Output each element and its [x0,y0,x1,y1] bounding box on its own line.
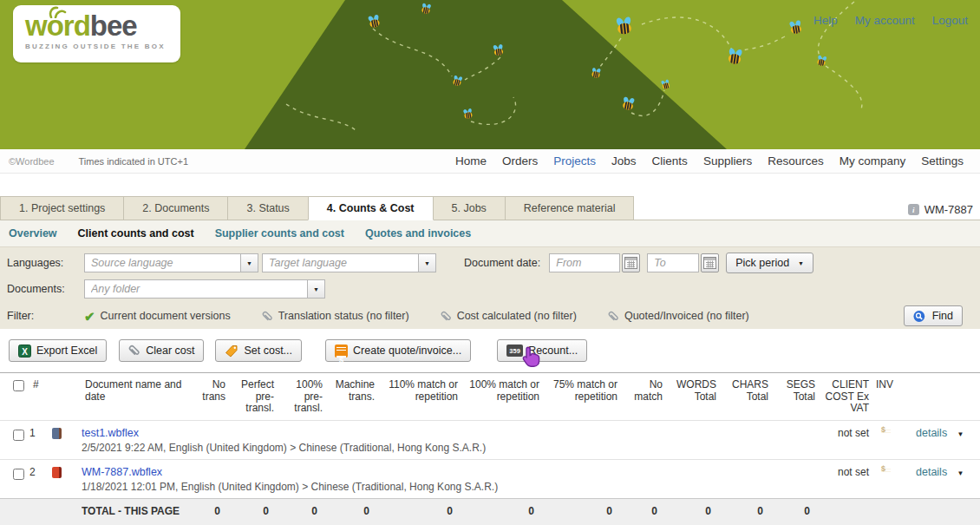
nav-item-orders[interactable]: Orders [494,154,546,167]
filter-chip-quoted-invoiced[interactable]: Quoted/Invoiced (no filter) [608,310,749,323]
col-num: # [29,373,52,421]
date-from-input[interactable] [549,253,620,272]
total-100-pretransl: 0 [278,498,326,525]
document-link[interactable]: WM-7887.wbflex [82,466,162,478]
nav-item-my-company[interactable]: My company [832,154,914,167]
total-machine-trans: 0 [326,498,378,525]
toolbar: X Export Excel Clear cost Set cost... $ … [0,329,980,372]
export-excel-button[interactable]: X Export Excel [9,339,107,362]
clear-cost-button[interactable]: Clear cost [119,339,204,362]
set-cost-label: Set cost... [244,345,292,357]
tab-project-settings[interactable]: 1. Project settings [0,196,124,220]
tab-counts-and-cost[interactable]: 4. Counts & Cost [308,196,434,220]
recount-button[interactable]: 359 Recount... [497,339,587,362]
subtab-overview[interactable]: Overview [9,227,57,240]
col-no-trans: No trans [186,373,229,421]
source-language-dropdown-button[interactable]: ▼ [240,254,258,272]
create-quote-invoice-button[interactable]: $ Create quote/invoice... [325,339,471,362]
date-to-input[interactable] [647,253,699,272]
col-perfect-pretransl: Perfect pre-transl. [229,373,278,421]
project-code: WM-7887 [924,203,973,216]
calendar-icon [703,257,716,269]
nav-item-jobs[interactable]: Jobs [604,154,644,167]
tab-documents[interactable]: 2. Documents [123,196,228,220]
tab-jobs[interactable]: 5. Jobs [433,196,506,220]
target-language-dropdown-button[interactable]: ▼ [418,254,435,272]
tab-reference-material[interactable]: Reference material [505,196,635,220]
subtab-supplier-counts[interactable]: Supplier counts and cost [215,227,344,240]
document-link[interactable]: test1.wbflex [82,427,139,439]
chevron-down-icon: ▼ [798,260,804,266]
project-code-area: i WM-7887 [908,203,980,220]
chevron-down-icon: ▼ [313,286,319,292]
row-checkbox[interactable] [13,430,24,441]
chevron-down-icon: ▼ [424,260,430,266]
find-button[interactable]: Find [904,305,963,326]
col-no-match: No match [621,373,666,421]
select-all-checkbox[interactable] [13,380,24,391]
row-checkbox[interactable] [13,469,24,480]
subtab-quotes-invoices[interactable]: Quotes and invoices [365,227,471,240]
total-segs: 0 [772,498,819,525]
nav-item-suppliers[interactable]: Suppliers [696,154,760,167]
documents-folder-input[interactable] [85,280,307,298]
total-label: TOTAL - THIS PAGE [82,498,186,525]
paperclip-icon [126,341,144,359]
table-row: 1 test1.wbflex 2/5/2021 9:22 AM, English… [0,420,980,459]
recount-icon: 359 [506,345,523,357]
filter-chip-label: Quoted/Invoiced (no filter) [624,310,749,322]
table-row: 2 WM-7887.wbflex 1/18/2021 12:01 PM, Eng… [0,459,980,498]
row-number: 2 [29,459,52,498]
chevron-down-icon[interactable]: ▼ [957,469,964,477]
paperclip-icon [258,307,276,325]
nav-item-projects[interactable]: Projects [546,154,604,167]
project-tabs: 1. Project settings 2. Documents 3. Stat… [0,196,980,220]
col-75-match: 75% match or repetition [543,373,621,421]
help-link[interactable]: Help [813,14,838,27]
languages-row: Languages: ▼ ▼ Document date: Pick perio… [0,250,980,276]
row-number: 1 [29,420,52,459]
chevron-down-icon: ▼ [246,260,252,266]
tab-status[interactable]: 3. Status [227,196,308,220]
filter-chip-cost-calculated[interactable]: Cost calculated (no filter) [441,310,577,323]
date-from-calendar-button[interactable] [622,253,640,272]
total-no-trans: 0 [186,498,229,525]
nav-item-resources[interactable]: Resources [760,154,832,167]
pick-period-button[interactable]: Pick period ▼ [726,253,813,273]
nav-item-clients[interactable]: Clients [644,154,696,167]
logout-link[interactable]: Logout [932,14,968,27]
main-nav: Home Orders Projects Jobs Clients Suppli… [448,154,971,167]
col-client-cost: CLIENT COST Ex VAT [819,373,872,421]
nav-item-home[interactable]: Home [448,154,494,167]
filter-row: Filter: ✔ Current document versions Tran… [0,302,980,330]
excel-icon: X [18,345,31,358]
price-tag-icon [225,345,238,358]
documents-row: Documents: ▼ [0,276,980,302]
filter-chip-translation-status[interactable]: Translation status (no filter) [262,310,409,323]
filter-chip-current-versions[interactable]: ✔ Current document versions [84,310,231,323]
nav-item-settings[interactable]: Settings [913,154,971,167]
target-language-input[interactable] [263,254,418,272]
details-link[interactable]: details [916,427,947,439]
col-details [907,373,980,421]
total-100-match: 0 [461,498,543,525]
documents-folder-dropdown-button[interactable]: ▼ [307,280,324,298]
date-to-calendar-button[interactable] [701,253,719,272]
export-excel-label: Export Excel [36,345,97,357]
calendar-icon [624,257,637,269]
details-link[interactable]: details [916,466,947,478]
svg-text:X: X [22,346,28,356]
document-meta: 1/18/2021 12:01 PM, English (United King… [82,481,498,493]
document-icon [52,428,62,439]
set-cost-button[interactable]: Set cost... [215,339,302,362]
source-language-input[interactable] [85,254,240,272]
total-perfect-pretransl: 0 [229,498,278,525]
col-segs-total: SEGS Total [772,373,819,421]
chevron-down-icon[interactable]: ▼ [957,430,964,438]
my-account-link[interactable]: My account [855,14,915,27]
filter-chip-label: Cost calculated (no filter) [457,310,577,322]
subtab-client-counts[interactable]: Client counts and cost [78,227,194,240]
filter-chip-label: Current document versions [101,310,231,322]
table-header-row: # Document name and date No trans Perfec… [0,373,980,421]
invoice-icon: $ [335,345,348,358]
